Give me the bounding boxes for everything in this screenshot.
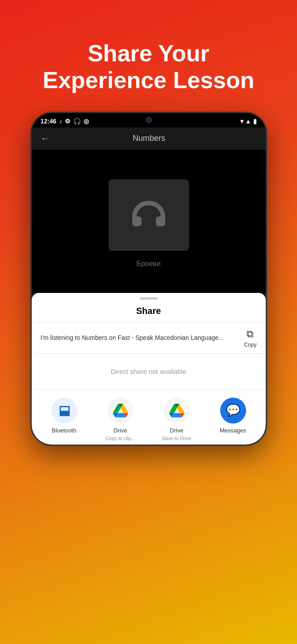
drive-save-label: Drive — [170, 427, 183, 434]
status-time: 12:46 — [41, 118, 57, 125]
drive-save-icon-circle — [164, 398, 190, 424]
signal-icon: ▲ — [245, 118, 251, 125]
music-note-icon: ♪ — [59, 118, 62, 125]
copy-icon: ⧉ — [247, 328, 254, 340]
share-app-messages[interactable]: 💬 Messages — [211, 398, 255, 441]
content-area: Броеви — [32, 150, 266, 293]
messages-icon-circle: 💬 — [220, 398, 246, 424]
status-right: ▾ ▲ ▮ — [240, 118, 257, 125]
messages-symbol: 💬 — [226, 403, 240, 417]
bluetooth-label: Bluetooth — [52, 427, 76, 434]
album-art-thumbnail — [109, 179, 189, 251]
status-left: 12:46 ♪ ⚙ 🎧 ◎ — [41, 118, 89, 125]
share-app-drive-copy[interactable]: Drive Copy to clip... — [98, 398, 143, 441]
phone-mockup: 12:46 ♪ ⚙ 🎧 ◎ ▾ ▲ ▮ ← Numbers — [28, 112, 269, 644]
bluetooth-icon-circle: ⬓ — [51, 398, 77, 424]
sheet-handle — [32, 293, 266, 302]
share-app-drive-save[interactable]: Drive Save to Drive — [155, 398, 199, 441]
settings-icon: ⚙ — [65, 118, 71, 125]
location-icon: ◎ — [84, 118, 89, 125]
messages-label: Messages — [220, 427, 246, 434]
battery-icon: ▮ — [253, 118, 257, 125]
share-apps-row: ⬓ Bluetooth — [32, 390, 266, 445]
drive-copy-icon-circle — [108, 398, 134, 424]
phone-body: 12:46 ♪ ⚙ 🎧 ◎ ▾ ▲ ▮ ← Numbers — [30, 112, 267, 446]
drive-copy-label: Drive — [113, 427, 127, 434]
drive-copy-sublabel: Copy to clip... — [105, 436, 135, 441]
wifi-icon: ▾ — [240, 118, 243, 125]
bluetooth-symbol: ⬓ — [59, 403, 70, 418]
direct-share-text: Direct share not available — [111, 368, 186, 375]
app-bar-title: Numbers — [55, 134, 243, 143]
app-bar: ← Numbers — [32, 127, 266, 150]
page-header-title: Share Your Experience Lesson — [0, 0, 297, 112]
share-message-row: I'm listening to Numbers on Fast - Speak… — [32, 322, 266, 354]
camera-notch — [146, 117, 152, 123]
share-app-bluetooth[interactable]: ⬓ Bluetooth — [42, 398, 87, 441]
handle-bar — [140, 297, 158, 300]
headphones-icon — [129, 197, 169, 233]
copy-label: Copy — [244, 342, 256, 348]
content-subtitle: Броеви — [136, 260, 161, 268]
drive-icon-2 — [169, 403, 184, 418]
drive-save-sublabel: Save to Drive — [162, 436, 191, 441]
share-title: Share — [32, 302, 266, 322]
drive-icon-1 — [113, 403, 128, 418]
headset-icon: 🎧 — [73, 118, 81, 125]
share-sheet: Share I'm listening to Numbers on Fast -… — [32, 293, 266, 445]
direct-share-area: Direct share not available — [32, 354, 266, 390]
copy-button[interactable]: ⧉ Copy — [244, 328, 256, 348]
share-message-text: I'm listening to Numbers on Fast - Speak… — [41, 334, 239, 343]
back-button[interactable]: ← — [41, 133, 50, 144]
